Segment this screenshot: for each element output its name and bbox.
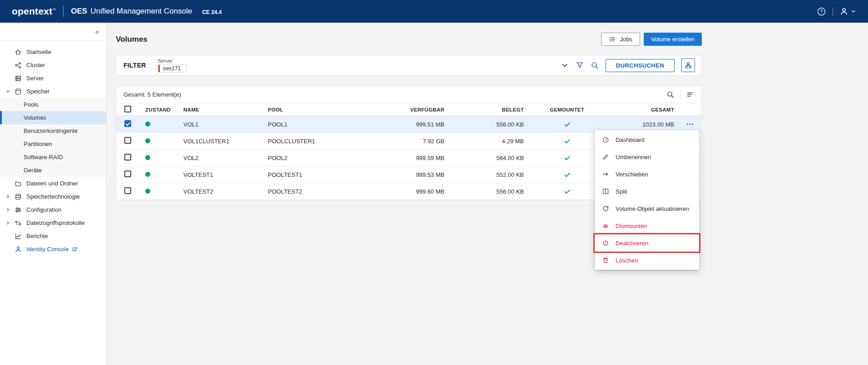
sidebar-item-partitionen[interactable]: Partitionen [0,137,106,151]
sidebar-item-server[interactable]: Server [0,72,106,85]
menu-item-volume-objekt-aktualisieren[interactable]: Volume-Objekt aktualisieren [595,200,699,217]
filter-funnel-icon[interactable] [576,61,584,69]
menu-item-verschieben[interactable]: Verschieben [595,165,699,183]
header-pool: POOL [262,107,376,112]
sidebar-item-cluster[interactable]: Cluster [0,58,106,72]
sidebar-nav: Startseite Cluster Server Speicher Poo [0,41,106,256]
sidebar: « Startseite Cluster Server [0,23,107,365]
sidebar-item-pools[interactable]: Pools [0,98,106,111]
table-header-row: ZUSTAND NAME POOL VERFÜGBAR BELEGT GEMOU… [116,103,701,116]
cluster-icon [15,62,22,69]
sidebar-item-label: Dateien und Ordner [26,180,78,187]
table-summary: Gesamt: 5 Element(e) [123,91,181,98]
filter-search-icon[interactable] [591,61,599,69]
menu-item-dismounten[interactable]: Dismounten [595,217,699,234]
deactivate-power-icon [602,239,609,247]
sidebar-item-startseite[interactable]: Startseite [0,45,106,58]
sidebar-item-configuration[interactable]: Configuration [0,203,106,216]
cell-name: VOLTEST1 [178,171,262,178]
help-icon[interactable]: ? [817,7,826,16]
server-filter-field: Server oes171 [158,58,187,73]
row-checkbox[interactable] [124,137,131,144]
sidebar-item-label: Server [26,75,44,82]
sidebar-item-label: Speichertechnologie [26,193,80,200]
storage-icon [15,88,22,95]
cell-pool: POOLTEST1 [262,171,376,178]
menu-item-label: Verschieben [616,171,648,178]
menu-item-umbenennen[interactable]: Umbenennen [595,148,699,165]
mounted-check-icon [564,171,571,178]
header-actions: ? [817,7,856,16]
user-menu-button[interactable] [840,7,856,15]
server-filter-label: Server [158,58,187,63]
collapse-sidebar-button[interactable]: « [95,28,99,35]
menu-item-dashboard[interactable]: Dashboard [595,131,699,148]
sidebar-item-label: Geräte [24,167,42,174]
opentext-logo: opentext™ [12,6,56,17]
cell-name: VOL1CLUSTER1 [178,138,262,145]
cell-available: 7.92 GB [376,138,449,145]
hierarchy-icon [685,62,692,69]
durchsuchen-button[interactable]: DURCHSUCHEN [606,59,675,72]
sidebar-item-identity-console[interactable]: Identity Console [0,243,106,256]
sidebar-collapse-bar: « [0,23,106,41]
status-dot [145,189,150,194]
configuration-icon [15,206,22,214]
tree-view-button[interactable] [681,58,695,72]
eject-icon [602,222,609,229]
server-filter-chip[interactable]: oes171 [158,64,187,73]
folder-icon [15,180,22,187]
file-access-icon [15,219,22,227]
sidebar-item-label: Benutzerkontingente [24,127,78,134]
menu-item-label: Volume-Objekt aktualisieren [616,205,689,212]
row-checkbox[interactable] [124,170,131,177]
jobs-button[interactable]: Jobs [601,33,640,46]
sidebar-item-volumes[interactable]: Volumes [0,111,106,124]
header-gemountet: GEMOUNTET [528,107,606,112]
chip-accent-bar [158,65,160,72]
trademark: ™ [52,8,56,12]
sidebar-item-benutzerkontingente[interactable]: Benutzerkontingente [0,124,106,137]
cell-available: 999.51 MB [376,121,449,128]
menu-item-split[interactable]: Split [595,183,699,200]
menu-item-loeschen[interactable]: Löschen [595,252,699,269]
sidebar-item-speichertechnologie[interactable]: Speichertechnologie [0,190,106,203]
menu-item-label: Dashboard [616,136,645,143]
sidebar-item-geraete[interactable]: Geräte [0,164,106,177]
sidebar-item-label: Dateizugriffsprotokolle [26,219,84,226]
user-icon [840,7,848,15]
pencil-icon [602,153,609,161]
menu-item-deaktivieren[interactable]: Deaktivieren [595,234,699,252]
sidebar-item-software-raid[interactable]: Software-RAID [0,151,106,164]
mounted-check-icon [564,188,571,195]
product-prefix: OES [71,7,87,16]
cell-used: 556.00 KB [449,121,528,128]
topbar-divider [680,90,681,99]
sidebar-item-berichte[interactable]: Berichte [0,229,106,243]
menu-item-label: Deaktivieren [616,240,648,247]
menu-item-label: Split [616,188,627,195]
sidebar-item-speicher[interactable]: Speicher [0,85,106,98]
home-icon [15,49,22,56]
mounted-check-icon [564,121,571,128]
row-checkbox[interactable] [124,120,131,127]
select-all-checkbox[interactable] [124,106,131,112]
row-checkbox[interactable] [124,154,131,161]
cell-total: 1023.00 MB [606,121,679,128]
trash-icon [602,257,609,264]
filter-collapse-chevron-icon[interactable] [561,61,569,69]
header-divider [833,7,833,15]
sidebar-item-dateien-und-ordner[interactable]: Dateien und Ordner [0,177,106,190]
sidebar-item-label: Software-RAID [24,154,63,161]
sidebar-item-label: Pools [24,101,39,108]
status-dot [145,122,150,127]
column-settings-icon[interactable] [686,91,694,98]
sidebar-item-dateizugriffsprotokolle[interactable]: Dateizugriffsprotokolle [0,216,106,229]
row-checkbox[interactable] [124,187,131,194]
chevron-right-icon [5,220,10,225]
create-volume-button[interactable]: Volume erstellen [644,33,702,46]
reports-icon [15,233,22,240]
sidebar-item-label: Startseite [26,49,51,55]
row-actions-button[interactable] [686,120,694,128]
table-search-icon[interactable] [666,91,674,98]
